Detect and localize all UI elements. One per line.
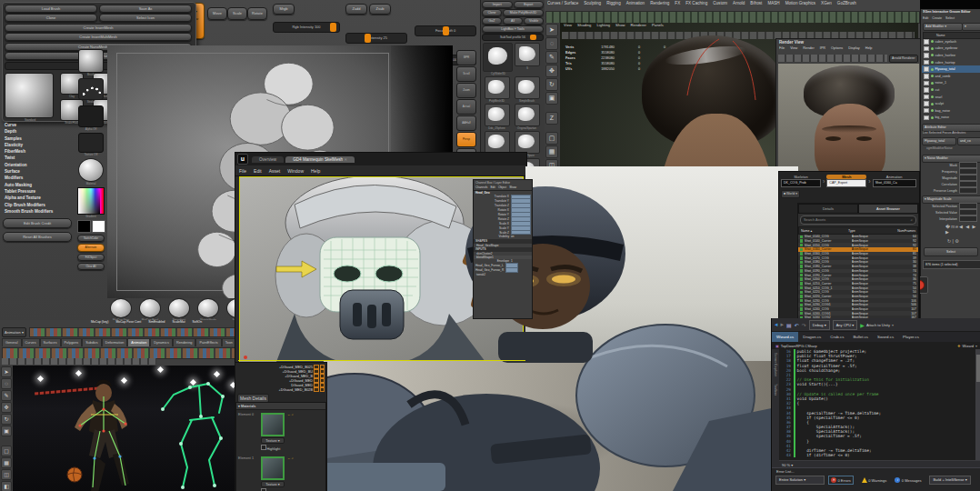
world-dropdown[interactable]: ■ World ▾ bbox=[781, 190, 800, 198]
noise-field-input[interactable] bbox=[959, 187, 977, 194]
maya-menu-item[interactable]: Arnold bbox=[733, 1, 745, 10]
render-view-menu-item[interactable]: Display bbox=[848, 46, 859, 54]
tool-import-button[interactable]: Import bbox=[482, 1, 513, 8]
target-weight-field[interactable] bbox=[505, 267, 518, 273]
paint-tool-icon[interactable]: ✎ bbox=[1, 390, 12, 401]
paint-select-icon[interactable]: ✎ bbox=[545, 51, 558, 64]
mrgb-toggle[interactable]: Mrgb bbox=[273, 4, 295, 15]
attach-to-unity-button[interactable]: ▶ Attach to Unity▾ bbox=[860, 322, 894, 328]
simple-brush-thumb[interactable]: S bbox=[514, 43, 541, 70]
asset-row[interactable]: Shot_0210_COG_1 AnimSeque 50 bbox=[798, 286, 918, 290]
load-brush-button[interactable]: Load Brush bbox=[5, 5, 97, 13]
panel-menu-item[interactable]: View bbox=[564, 23, 572, 31]
shelf-tab[interactable]: Dynamics bbox=[150, 338, 173, 346]
save-icon[interactable]: ▤ bbox=[786, 322, 792, 328]
select-tool-icon[interactable]: ➤ bbox=[1, 366, 12, 377]
brush-section-item[interactable]: Alpha and Texture bbox=[5, 195, 74, 201]
visibility-checkbox[interactable] bbox=[924, 87, 929, 93]
visibility-checkbox[interactable] bbox=[924, 108, 929, 114]
zsub-button[interactable]: Zsub bbox=[369, 4, 391, 15]
brush-section-item[interactable]: Clip Brush Modifiers bbox=[5, 202, 74, 208]
asset-row[interactable]: Shot_0170_COG AnimSeque 39 bbox=[798, 256, 918, 260]
xgen-menu-item[interactable]: Create bbox=[932, 16, 942, 20]
brush-section-button[interactable]: Edit Brush Credit bbox=[3, 218, 72, 228]
column-type[interactable]: Type bbox=[848, 229, 879, 233]
asset-row[interactable]: Shot_0230_COG1 AnimSeque 506 bbox=[798, 303, 918, 307]
warnings-filter-button[interactable]: 0 Warnings bbox=[862, 477, 887, 483]
asset-row[interactable]: Shot_0240_COG AnimSeque 107 bbox=[798, 307, 918, 312]
maya-menu-item[interactable]: GoZBrush bbox=[837, 1, 856, 10]
unreal-menu-item[interactable]: Edit bbox=[254, 168, 262, 174]
menu-set-dropdown[interactable]: Animation ▾ bbox=[2, 327, 26, 337]
asset-row[interactable]: Shot_0150_COG AnimSeque 92 bbox=[798, 243, 918, 247]
maya-menu-item[interactable]: Sculpting bbox=[584, 1, 601, 10]
stroke-shelf-thumb[interactable]: Stroke bbox=[76, 78, 105, 104]
server-explorer-tab[interactable]: Server Explorer bbox=[774, 353, 777, 376]
panel-menu-item[interactable]: Panels bbox=[652, 23, 664, 31]
matcap-item[interactable]: Smoothest bbox=[167, 298, 191, 322]
visibility-checkbox[interactable] bbox=[924, 81, 929, 86]
render-view-title[interactable]: Render View bbox=[779, 40, 804, 45]
goz-tool-icon[interactable]: Z bbox=[545, 112, 558, 125]
asset-row[interactable]: Shot_0190_Carrier AnimSeque 74 bbox=[798, 273, 918, 277]
shelf-tab[interactable]: PaintEffects bbox=[195, 338, 221, 346]
redo-icon[interactable]: ↷ bbox=[802, 322, 806, 328]
brush-section-item[interactable]: FiberMesh bbox=[5, 148, 74, 155]
scale-tool-icon[interactable]: ▣ bbox=[545, 92, 558, 105]
asset-row[interactable]: Shot_0220_Carrier AnimSeque 50 bbox=[798, 295, 918, 299]
layout-preset-icon[interactable]: ◫ bbox=[1, 469, 12, 480]
asset-row[interactable]: Shot_0160_COG AnimSeque 81 bbox=[798, 252, 918, 256]
focal-shift-slider[interactable]: Focal Shift 0 bbox=[415, 25, 476, 36]
shelf-tab[interactable]: Subdivs bbox=[82, 338, 102, 346]
asset-row[interactable]: Shot_0210_Carrier AnimSeque 75 bbox=[798, 282, 918, 286]
error-scope-dropdown[interactable]: Entire Solution ▾ bbox=[775, 476, 825, 485]
subtool-slider[interactable]: SubTool profile 56 bbox=[482, 34, 544, 41]
breadcrumb-class[interactable]: Wizard bbox=[963, 344, 974, 348]
current-brush-thumb[interactable]: Standard bbox=[5, 73, 55, 122]
document-tab[interactable]: Dragon.cs bbox=[798, 332, 825, 342]
timeline-option-icons[interactable]: ↻ | ⚙ bbox=[947, 238, 980, 246]
unreal-menu-item[interactable]: File bbox=[239, 168, 246, 174]
brush-section-item[interactable]: Elasticity bbox=[5, 142, 74, 148]
slider-handle[interactable] bbox=[443, 26, 449, 35]
groom-tree-row[interactable]: cabre_eyelash bbox=[922, 38, 980, 45]
maya-menu-item[interactable]: Rendering bbox=[650, 1, 669, 10]
brush-section-item[interactable]: Auto Masking bbox=[5, 182, 74, 188]
brush-palette-button[interactable]: Create InsertMesh bbox=[5, 24, 192, 32]
layout-single-icon[interactable]: ▢ bbox=[545, 132, 558, 145]
asset-row[interactable]: Shot_0180_Carrier AnimSeque 38 bbox=[798, 265, 918, 269]
channel-box-tab[interactable]: Object bbox=[498, 185, 506, 189]
status-line-icons[interactable] bbox=[29, 327, 236, 337]
move-button[interactable]: Move bbox=[207, 7, 227, 20]
mocap-viewport[interactable] bbox=[13, 366, 238, 491]
render-view-menu-item[interactable]: Render bbox=[803, 46, 814, 54]
code-editor[interactable]: 16 public GameObject projectile; 17 publ… bbox=[779, 349, 975, 460]
maya-menu-item[interactable]: Custom bbox=[713, 1, 727, 10]
right-shelf-button[interactable]: BPR bbox=[456, 50, 476, 65]
move-tool-icon[interactable]: ✥ bbox=[1, 402, 12, 413]
animation-chip[interactable]: Animation Shot_0160_Ca bbox=[873, 175, 916, 187]
material-thumbnail[interactable] bbox=[261, 413, 285, 436]
maya-shelf-icons[interactable] bbox=[545, 11, 920, 24]
asset-row[interactable]: Shot_0140_COG AnimSeque 64 bbox=[798, 235, 918, 239]
layout-preset-icon[interactable]: ▦ bbox=[1, 457, 12, 468]
brush-section-item[interactable]: Surface bbox=[5, 168, 74, 175]
tool-export-button[interactable]: Export bbox=[514, 1, 545, 8]
node-tab-flyaway[interactable]: Flyaway_total bbox=[922, 137, 956, 145]
texture-dropdown[interactable]: Texture ▾ bbox=[261, 437, 285, 444]
slider-handle[interactable] bbox=[330, 23, 336, 32]
groom-tree-row[interactable]: cabre_hairtop bbox=[922, 59, 980, 66]
navigate-forward-icon[interactable]: ▸ bbox=[781, 321, 785, 328]
visibility-checkbox[interactable] bbox=[924, 39, 929, 45]
material-browse-icon[interactable]: ← ⌕ bbox=[287, 456, 294, 460]
matcap-item[interactable]: MatCap Gray bbox=[109, 298, 133, 322]
maya-menu-item[interactable]: FX bbox=[675, 1, 680, 10]
rotate-tool-icon[interactable]: ↻ bbox=[545, 78, 558, 91]
panel-menu-item[interactable]: Lighting bbox=[596, 23, 610, 31]
select-tool-icon[interactable]: ➤ bbox=[545, 24, 558, 36]
noise-field-input[interactable] bbox=[959, 168, 977, 175]
tool-thumb[interactable]: OriginalSpartan bbox=[512, 104, 542, 130]
code-scrollbar[interactable] bbox=[975, 349, 980, 460]
brush-section-item[interactable]: Twist bbox=[5, 155, 74, 161]
panel-menu-item[interactable]: Show bbox=[615, 23, 625, 31]
